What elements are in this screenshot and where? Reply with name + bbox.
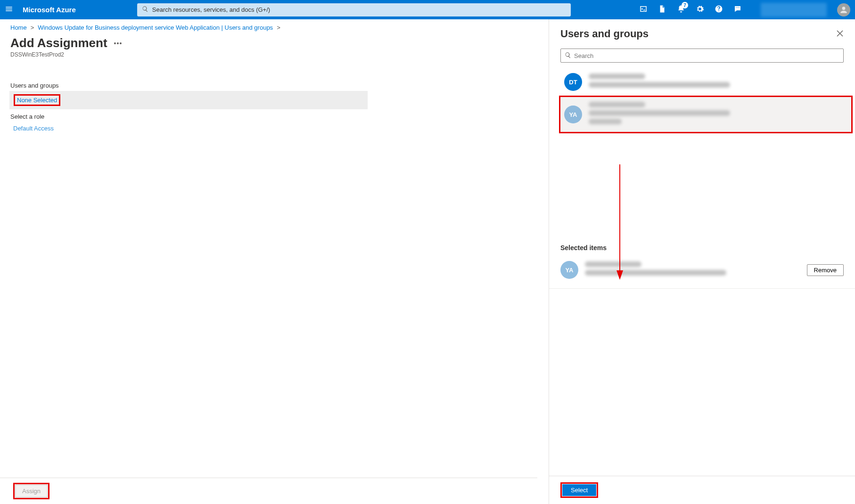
user-info-redacted bbox=[589, 73, 847, 90]
users-groups-flyout: Users and groups DT YA Selected items bbox=[549, 19, 855, 504]
flyout-title: Users and groups bbox=[560, 28, 649, 40]
users-field-highlight: None Selected bbox=[14, 94, 60, 106]
account-avatar[interactable] bbox=[837, 3, 850, 16]
user-info-redacted bbox=[585, 261, 800, 278]
global-search[interactable] bbox=[137, 3, 571, 16]
flyout-search-input[interactable] bbox=[574, 52, 839, 59]
role-default-access-link: Default Access bbox=[13, 125, 54, 132]
account-info-redacted bbox=[761, 3, 827, 17]
notification-badge: 7 bbox=[682, 2, 688, 8]
breadcrumb-app[interactable]: Windows Update for Business deployment s… bbox=[38, 24, 273, 31]
directories-icon[interactable] bbox=[658, 5, 666, 15]
select-button[interactable]: Select bbox=[562, 484, 596, 496]
role-field-row: Default Access bbox=[9, 122, 368, 135]
remove-button[interactable]: Remove bbox=[807, 264, 844, 276]
hamburger-menu[interactable] bbox=[5, 5, 13, 15]
top-icon-bar: 7 bbox=[639, 3, 850, 17]
page-title: Add Assignment bbox=[10, 36, 107, 50]
settings-icon[interactable] bbox=[696, 5, 704, 15]
user-avatar: DT bbox=[564, 73, 582, 91]
selected-items-label: Selected items bbox=[549, 244, 855, 252]
search-icon bbox=[142, 6, 148, 14]
cloud-shell-icon[interactable] bbox=[639, 5, 648, 15]
user-avatar: YA bbox=[564, 106, 582, 123]
close-icon[interactable] bbox=[836, 30, 844, 39]
search-icon bbox=[565, 52, 571, 60]
user-avatar: YA bbox=[560, 261, 578, 279]
help-icon[interactable] bbox=[715, 5, 723, 15]
assign-button[interactable]: Assign bbox=[15, 485, 48, 497]
notifications-icon[interactable]: 7 bbox=[677, 5, 685, 15]
user-list-item[interactable]: DT bbox=[560, 68, 851, 96]
selected-item: YA Remove bbox=[560, 256, 844, 284]
brand-label: Microsoft Azure bbox=[23, 6, 76, 14]
bottom-action-bar: Assign bbox=[0, 478, 537, 504]
assignment-form: Users and groups None Selected Select a … bbox=[9, 80, 368, 137]
flyout-search[interactable] bbox=[560, 49, 844, 63]
chevron-right-icon: > bbox=[277, 24, 280, 31]
selected-items-list: YA Remove bbox=[549, 252, 855, 289]
select-button-highlight: Select bbox=[560, 482, 598, 498]
chevron-right-icon: > bbox=[31, 24, 34, 31]
user-info-redacted bbox=[589, 102, 847, 127]
breadcrumb-home[interactable]: Home bbox=[10, 24, 27, 31]
feedback-icon[interactable] bbox=[733, 5, 742, 15]
user-search-results: DT YA bbox=[549, 68, 855, 133]
users-none-selected-link[interactable]: None Selected bbox=[17, 97, 57, 104]
assign-button-highlight: Assign bbox=[13, 483, 49, 499]
top-bar: Microsoft Azure 7 bbox=[0, 0, 855, 19]
global-search-input[interactable] bbox=[152, 6, 566, 13]
users-field-row[interactable]: None Selected bbox=[9, 91, 368, 109]
users-field-label: Users and groups bbox=[9, 80, 368, 91]
role-field-label: Select a role bbox=[9, 111, 368, 122]
flyout-header: Users and groups bbox=[549, 19, 855, 47]
more-actions-icon[interactable]: ••• bbox=[114, 40, 123, 47]
flyout-bottom-bar: Select bbox=[549, 476, 855, 504]
user-list-item-selected[interactable]: YA bbox=[559, 96, 853, 133]
